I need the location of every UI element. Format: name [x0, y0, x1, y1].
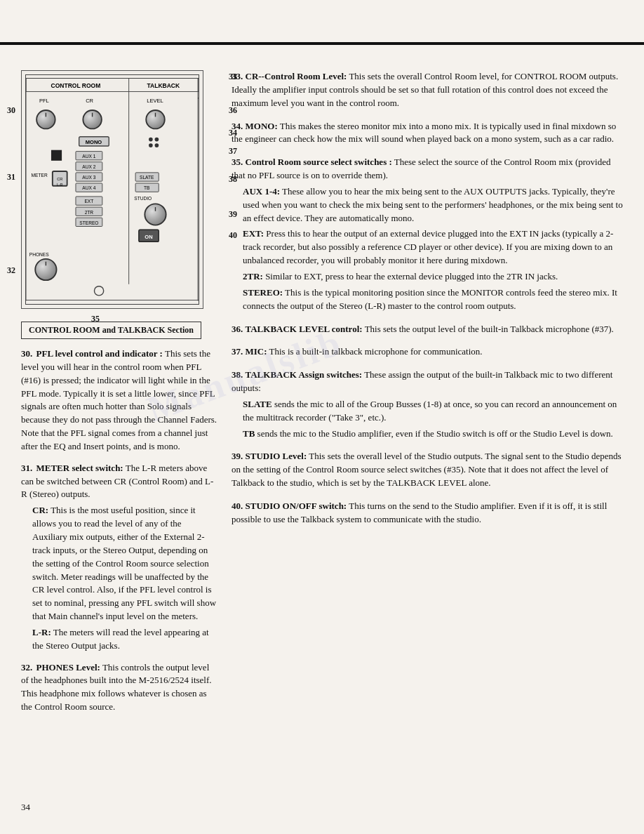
svg-point-23: [155, 143, 159, 147]
item-32-title: PHONES Level:: [36, 662, 100, 673]
item-38-sub-tb-label: TB: [243, 428, 255, 439]
callout-36: 36: [229, 105, 237, 116]
svg-text:PHONES: PHONES: [29, 252, 50, 257]
item-38-sub-tb-text: sends the mic to the Studio amplifier, e…: [257, 428, 613, 439]
item-36-title: TALKBACK LEVEL control:: [246, 324, 363, 334]
item-30: 30. PFL level control and indicator : Th…: [21, 348, 217, 454]
right-column: 33. CR--Control Room Level: This sets th…: [232, 70, 623, 722]
item-35-sub-stereo-label: STEREO:: [243, 287, 283, 298]
item-37: 37. MIC: This is a built-in talkback mic…: [232, 345, 623, 359]
item-34-body: This makes the stereo monitor mix into a…: [232, 121, 616, 145]
item-35-sub-2tr-label: 2TR:: [243, 271, 263, 282]
item-35-sub-ext-label: EXT:: [243, 228, 264, 239]
svg-text:PFL: PFL: [39, 98, 49, 104]
svg-text:L-R: L-R: [57, 183, 63, 187]
diagram-svg: CONTROL ROOM TALKBACK PFL CR LEVEL: [26, 75, 199, 304]
item-35-sub-ext: EXT: Press this to hear the output of an…: [243, 227, 623, 267]
item-31-sub-cr-text: This is the most useful position, since …: [32, 505, 216, 621]
section-label-text: CONTROL ROOM and TALKBACK Section: [29, 325, 194, 335]
svg-text:ON: ON: [145, 234, 152, 240]
svg-text:AUX 3: AUX 3: [82, 175, 95, 180]
item-31-sub-lr-text: The meters will read the level appearing…: [32, 627, 209, 651]
item-40-number: 40.: [232, 501, 243, 511]
svg-text:MONO: MONO: [86, 139, 102, 145]
item-35-sub-aux: AUX 1-4: These allow you to hear the mix…: [243, 185, 623, 225]
callout-31: 31: [7, 172, 15, 183]
item-35-sub-ext-text: Press this to hear the output of an exte…: [243, 228, 613, 265]
svg-rect-55: [51, 150, 62, 161]
diagram-area: CONTROL ROOM TALKBACK PFL CR LEVEL: [21, 70, 217, 309]
item-31: 31. METER select switch: The L-R meters …: [21, 462, 217, 653]
item-38-sub-slate: SLATE sends the mic to all of the Group …: [243, 398, 623, 425]
item-37-title: MIC:: [246, 346, 267, 357]
item-35-sub-2tr-text: Similar to EXT, press to hear the extern…: [265, 271, 558, 282]
svg-text:METER: METER: [32, 173, 48, 178]
item-39-number: 39.: [232, 451, 243, 461]
item-38-sub-tb: TB sends the mic to the Studio amplifier…: [243, 428, 623, 441]
callout-37: 37: [229, 146, 237, 157]
item-37-number: 37.: [232, 346, 243, 357]
item-31-sub-cr: CR: This is the most useful position, si…: [32, 504, 217, 623]
item-36-body: This sets the output level of the built-…: [365, 324, 614, 334]
callout-35: 35: [91, 314, 100, 324]
svg-point-20: [149, 138, 153, 142]
item-35-sub-stereo-text: This is the typical monitoring position …: [243, 287, 617, 311]
svg-point-54: [94, 286, 103, 296]
svg-text:STEREO: STEREO: [79, 220, 98, 225]
svg-text:AUX 4: AUX 4: [82, 185, 95, 190]
item-38-subs: SLATE sends the mic to all of the Group …: [243, 398, 623, 441]
item-35-title: Control Room source select switches :: [246, 157, 392, 167]
item-32: 32. PHONES Level: This controls the outp…: [21, 661, 217, 714]
item-40: 40. STUDIO ON/OFF switch: This turns on …: [232, 500, 623, 527]
svg-point-22: [149, 143, 153, 147]
item-34-title: MONO:: [246, 121, 278, 131]
callout-34: 34: [229, 128, 237, 138]
item-30-body: This sets the level you will hear in the…: [21, 348, 217, 451]
item-36: 36. TALKBACK LEVEL control: This sets th…: [232, 323, 623, 336]
item-39: 39. STUDIO Level: This sets the overall …: [232, 450, 623, 490]
svg-text:AUX 2: AUX 2: [82, 164, 95, 169]
svg-text:TALKBACK: TALKBACK: [147, 82, 180, 89]
svg-text:CR: CR: [86, 98, 93, 104]
svg-point-43: [145, 204, 166, 225]
item-35: 35. Control Room source select switches …: [232, 156, 623, 312]
svg-text:LEVEL: LEVEL: [147, 98, 163, 104]
svg-text:CONTROL ROOM: CONTROL ROOM: [51, 82, 101, 89]
svg-text:EXT: EXT: [84, 199, 93, 204]
section-label-box: CONTROL ROOM and TALKBACK Section: [21, 322, 201, 339]
item-39-title: STUDIO Level:: [246, 451, 307, 461]
callout-30: 30: [7, 105, 15, 116]
item-31-sub-lr-label: L-R:: [32, 627, 51, 637]
item-30-number: 30.: [21, 348, 32, 359]
item-37-body: This is a built-in talkback microphone f…: [269, 346, 483, 357]
item-36-number: 36.: [232, 324, 243, 334]
callout-33: 33: [229, 72, 237, 82]
item-35-number: 35.: [232, 157, 243, 167]
diagram-inner: CONTROL ROOM TALKBACK PFL CR LEVEL: [25, 74, 199, 305]
item-35-sub-aux-label: AUX 1-4:: [243, 186, 280, 197]
item-31-sub-lr: L-R: The meters will read the level appe…: [32, 626, 217, 653]
page-number: 34: [21, 802, 30, 813]
item-38-number: 38.: [232, 369, 243, 380]
item-30-title: PFL level control and indicator :: [36, 348, 163, 359]
svg-text:AUX 1: AUX 1: [82, 154, 95, 159]
item-31-sub-cr-label: CR:: [32, 505, 48, 515]
callout-32: 32: [7, 265, 15, 276]
item-33-title: CR--Control Room Level:: [246, 71, 347, 81]
item-31-title: METER select switch:: [36, 463, 123, 473]
item-35-sub-2tr: 2TR: Similar to EXT, press to hear the e…: [243, 270, 623, 284]
svg-text:TB: TB: [144, 185, 150, 190]
item-33: 33. CR--Control Room Level: This sets th…: [232, 70, 623, 110]
callout-39: 39: [229, 209, 237, 220]
content-area: CONTROL ROOM TALKBACK PFL CR LEVEL: [21, 70, 623, 722]
item-38-sub-slate-text: sends the mic to all of the Group Busses…: [243, 399, 617, 423]
page: Manualslib: [0, 0, 644, 834]
svg-point-21: [155, 138, 159, 142]
item-38: 38. TALKBACK Assign switches: These assi…: [232, 369, 623, 440]
diagram-container: CONTROL ROOM TALKBACK PFL CR LEVEL: [21, 70, 203, 309]
svg-text:CR: CR: [57, 177, 62, 181]
item-38-sub-slate-label: SLATE: [243, 399, 272, 409]
item-35-subs: AUX 1-4: These allow you to hear the mix…: [243, 185, 623, 313]
callout-38: 38: [229, 174, 237, 185]
callout-40: 40: [229, 230, 237, 241]
